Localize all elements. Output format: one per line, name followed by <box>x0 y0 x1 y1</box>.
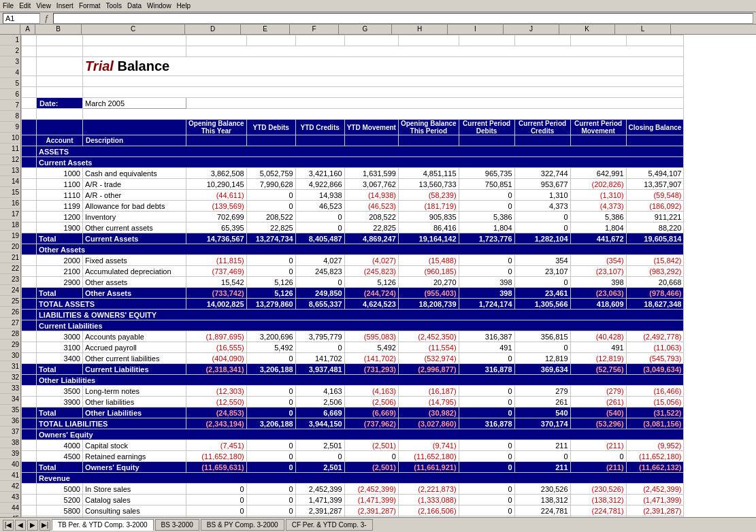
col-header-h[interactable]: H <box>392 24 448 34</box>
row-num-36[interactable]: 36 <box>0 416 20 427</box>
row-num-14[interactable]: 14 <box>0 176 20 187</box>
cell-h1[interactable] <box>398 35 459 46</box>
row-num-38[interactable]: 38 <box>0 437 20 448</box>
tab-first-btn[interactable]: |◀ <box>3 520 14 531</box>
formula-input[interactable] <box>53 13 753 24</box>
row-num-12[interactable]: 12 <box>0 154 20 165</box>
row-num-20[interactable]: 20 <box>0 242 20 252</box>
cell-c1[interactable] <box>83 35 186 46</box>
cell-b3[interactable] <box>37 57 83 76</box>
menu-edit[interactable]: Edit <box>19 2 31 10</box>
row-num-24[interactable]: 24 <box>0 285 20 296</box>
col-header-f[interactable]: F <box>290 24 339 34</box>
row-num-19[interactable]: 19 <box>0 231 20 242</box>
row-num-4[interactable]: 4 <box>0 67 20 78</box>
cell-j1[interactable] <box>514 35 570 46</box>
col-header-a[interactable]: A <box>20 24 35 34</box>
cell-i1[interactable] <box>459 35 514 46</box>
cell-k1[interactable] <box>570 35 626 46</box>
row-num-26[interactable]: 26 <box>0 307 20 318</box>
sheet-tab-2[interactable]: BS 3-2000 <box>155 519 199 531</box>
row-num-25[interactable]: 25 <box>0 296 20 307</box>
menu-file[interactable]: File <box>3 2 14 10</box>
row-num-30[interactable]: 30 <box>0 350 20 361</box>
cell-a2[interactable] <box>22 46 37 57</box>
menu-view[interactable]: View <box>36 2 51 10</box>
col-header-k[interactable]: K <box>559 24 615 34</box>
cell-b2[interactable] <box>37 46 83 57</box>
sheet-tab-1[interactable]: TB Per. & YTD Comp. 3-2000 <box>52 519 154 531</box>
row-num-11[interactable]: 11 <box>0 144 20 154</box>
cell-l1[interactable] <box>626 35 684 46</box>
assets-section-header: ASSETS <box>22 146 684 157</box>
menu-tools[interactable]: Tools <box>106 2 122 10</box>
date-value[interactable]: March 2005 <box>83 98 186 109</box>
sheet-tab-4[interactable]: CF Per. & YTD Comp. 3- <box>286 519 373 531</box>
cell-b1[interactable] <box>37 35 83 46</box>
cell-a3[interactable] <box>22 57 37 76</box>
cell-e1[interactable] <box>246 35 295 46</box>
cell-c2[interactable] <box>83 46 186 57</box>
row-num-42[interactable]: 42 <box>0 481 20 492</box>
row-num-31[interactable]: 31 <box>0 361 20 372</box>
row-num-10[interactable]: 10 <box>0 133 20 144</box>
table-row: 1200 Inventory 702,699 208,522 0 208,522… <box>22 212 684 222</box>
row-num-8[interactable]: 8 <box>0 111 20 122</box>
col-header-i[interactable]: I <box>448 24 504 34</box>
row-num-1[interactable]: 1 <box>0 35 20 46</box>
row-num-7[interactable]: 7 <box>0 100 20 111</box>
row-num-2[interactable]: 2 <box>0 46 20 56</box>
cell-f1[interactable] <box>295 35 344 46</box>
row-num-28[interactable]: 28 <box>0 329 20 339</box>
row-num-3[interactable]: 3 <box>0 56 20 67</box>
col-header-e[interactable]: E <box>241 24 290 34</box>
row-num-22[interactable]: 22 <box>0 263 20 274</box>
row-num-34[interactable]: 34 <box>0 394 20 405</box>
row-num-13[interactable]: 13 <box>0 165 20 176</box>
acc-1000[interactable]: 1000 <box>37 168 83 179</box>
row-num-40[interactable]: 40 <box>0 459 20 470</box>
tab-next-btn[interactable]: ▶ <box>27 520 38 531</box>
row-num-15[interactable]: 15 <box>0 187 20 198</box>
menu-window[interactable]: Window <box>147 2 171 10</box>
row-num-17[interactable]: 17 <box>0 209 20 220</box>
col-header-c[interactable]: C <box>82 24 185 34</box>
row-num-18[interactable]: 18 <box>0 220 20 231</box>
row-num-37[interactable]: 37 <box>0 427 20 437</box>
sheet-tab-3[interactable]: BS & PY Comp. 3-2000 <box>201 519 284 531</box>
row-num-29[interactable]: 29 <box>0 339 20 350</box>
cell-g1[interactable] <box>344 35 398 46</box>
col-header-g[interactable]: G <box>339 24 392 34</box>
row-num-21[interactable]: 21 <box>0 252 20 263</box>
row-num-43[interactable]: 43 <box>0 492 20 503</box>
menu-data[interactable]: Data <box>127 2 142 10</box>
row-num-5[interactable]: 5 <box>0 78 20 89</box>
tab-prev-btn[interactable]: ◀ <box>15 520 26 531</box>
tab-last-btn[interactable]: ▶| <box>39 520 50 531</box>
cell-a1[interactable] <box>22 35 37 46</box>
row-num-23[interactable]: 23 <box>0 274 20 285</box>
row-num-41[interactable]: 41 <box>0 470 20 481</box>
name-box[interactable] <box>3 13 40 24</box>
row-num-27[interactable]: 27 <box>0 318 20 329</box>
row-num-39[interactable]: 39 <box>0 448 20 459</box>
row-num-16[interactable]: 16 <box>0 198 20 209</box>
menu-help[interactable]: Help <box>177 2 191 10</box>
col-header-d[interactable]: D <box>185 24 241 34</box>
row-num-9[interactable]: 9 <box>0 122 20 133</box>
menu-insert[interactable]: Insert <box>56 2 73 10</box>
row-num-33[interactable]: 33 <box>0 383 20 394</box>
col-header-b[interactable]: B <box>35 24 82 34</box>
row-num-6[interactable]: 6 <box>0 89 20 100</box>
menu-format[interactable]: Format <box>79 2 101 10</box>
cell-d2-span[interactable] <box>186 46 684 57</box>
desc-1000[interactable]: Cash and equivalents <box>83 168 186 179</box>
row-num-35[interactable]: 35 <box>0 405 20 416</box>
col-header-row: A B C D E F G H I J K L <box>0 24 756 35</box>
cell-d1[interactable] <box>186 35 247 46</box>
header-curr-credits: Current PeriodCredits <box>514 120 570 135</box>
row-num-32[interactable]: 32 <box>0 372 20 383</box>
col-header-l[interactable]: L <box>615 24 671 34</box>
row-num-44[interactable]: 44 <box>0 503 20 514</box>
col-header-j[interactable]: J <box>504 24 559 34</box>
